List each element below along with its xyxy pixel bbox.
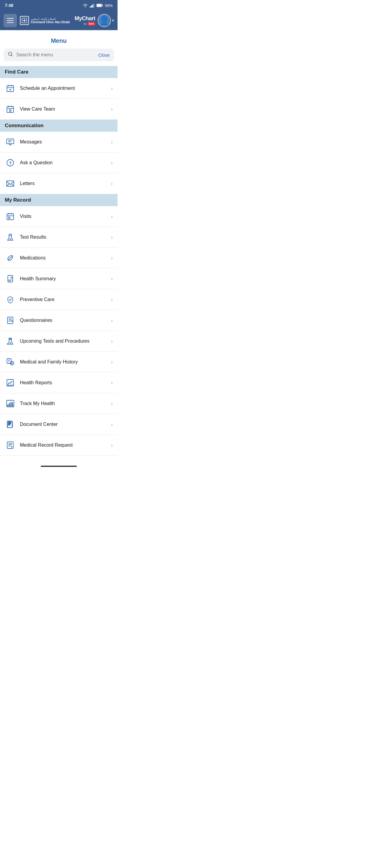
letters-label: Letters (20, 181, 111, 186)
section-find-care: Find Care (0, 66, 118, 78)
chevron-right-icon: › (111, 359, 113, 365)
chevron-right-icon: › (111, 401, 113, 407)
messages-label: Messages (20, 139, 111, 145)
svg-rect-69 (8, 425, 10, 425)
questionnaires-svg (6, 316, 14, 324)
track-health-svg (6, 399, 14, 408)
search-bar: Close (4, 49, 114, 61)
svg-rect-5 (97, 4, 101, 7)
health-reports-label: Health Reports (20, 380, 111, 385)
chevron-right-icon: › (111, 276, 113, 282)
svg-rect-61 (7, 404, 8, 406)
document-center-icon (5, 419, 16, 430)
svg-line-30 (7, 184, 9, 186)
menu-item-schedule-appointment[interactable]: Schedule an Appointment › (0, 78, 118, 99)
questionnaires-label: Questionnaires (20, 318, 111, 323)
health-reports-svg (6, 378, 14, 387)
avatar-button[interactable]: 👤 (98, 14, 111, 27)
clinic-name-arabic: كليفلاند كلينك أبوظبي (31, 18, 70, 21)
svg-rect-3 (93, 4, 94, 7)
svg-line-40 (8, 256, 12, 260)
letters-svg (6, 179, 14, 188)
menu-item-track-my-health[interactable]: Track My Health › (0, 393, 118, 414)
upcoming-tests-icon (5, 336, 16, 347)
clinic-name-english: Cleveland Clinic Abu Dhabi (31, 21, 70, 24)
svg-point-20 (9, 110, 11, 112)
schedule-appointment-label: Schedule an Appointment (20, 86, 111, 91)
menu-item-medical-record-request[interactable]: Medical Record Request › (0, 435, 118, 456)
visits-svg (6, 212, 14, 221)
preventive-care-icon (5, 294, 16, 305)
close-button[interactable]: Close (98, 53, 110, 58)
svg-text:?: ? (9, 161, 12, 165)
menu-item-health-reports[interactable]: Health Reports › (0, 373, 118, 393)
mychart-text: MyChart (74, 16, 95, 22)
menu-item-health-summary[interactable]: Health Summary › (0, 269, 118, 289)
menu-item-messages[interactable]: Messages › (0, 132, 118, 153)
medications-svg (6, 254, 14, 262)
menu-item-preventive-care[interactable]: Preventive Care › (0, 289, 118, 310)
chevron-right-icon: › (111, 160, 113, 166)
battery-percentage: 98% (105, 3, 113, 8)
menu-item-document-center[interactable]: Document Center › (0, 414, 118, 435)
view-care-team-icon (5, 104, 16, 115)
clinic-logo: كليفلاند كلينك أبوظبي Cleveland Clinic A… (20, 16, 70, 25)
search-input[interactable] (16, 52, 98, 58)
medical-record-request-label: Medical Record Request (20, 442, 111, 448)
test-results-svg (6, 233, 14, 241)
menu-item-ask-question[interactable]: ? Ask a Question › (0, 153, 118, 173)
family-history-svg (6, 358, 14, 366)
status-time: 7:48 (5, 3, 13, 8)
svg-rect-6 (102, 5, 103, 6)
document-center-svg (6, 420, 14, 429)
menu-item-test-results[interactable]: Test Results › (0, 227, 118, 248)
care-team-svg (6, 105, 14, 113)
mychart-by-epic: by Epic (84, 22, 95, 26)
hamburger-line (7, 18, 13, 19)
svg-point-10 (8, 52, 12, 56)
svg-rect-24 (7, 139, 14, 144)
svg-rect-36 (8, 217, 10, 218)
ask-question-svg: ? (6, 158, 14, 167)
menu-item-medical-family-history[interactable]: Medical and Family History › (0, 352, 118, 373)
medications-icon (5, 253, 16, 264)
avatar-image: 👤 (99, 16, 110, 26)
hamburger-line (7, 20, 13, 21)
view-care-team-label: View Care Team (20, 106, 111, 112)
menu-item-visits[interactable]: Visits › (0, 206, 118, 227)
visits-icon (5, 211, 16, 222)
status-icons: 98% (83, 3, 113, 8)
svg-line-11 (11, 55, 13, 57)
hamburger-button[interactable] (4, 14, 17, 27)
svg-rect-71 (7, 442, 13, 448)
chevron-right-icon: › (111, 317, 113, 324)
menu-item-letters[interactable]: Letters › (0, 173, 118, 194)
health-summary-svg (6, 275, 14, 283)
menu-title: Menu (0, 31, 118, 49)
clinic-name: كليفلاند كلينك أبوظبي Cleveland Clinic A… (31, 18, 70, 24)
chevron-right-icon: › (111, 380, 113, 386)
svg-rect-63 (10, 402, 11, 406)
preventive-care-label: Preventive Care (20, 297, 111, 302)
menu-item-view-care-team[interactable]: View Care Team › (0, 99, 118, 120)
chevron-right-icon: › (111, 338, 113, 344)
calendar-plus-svg (6, 84, 14, 93)
header-left: كليفلاند كلينك أبوظبي Cleveland Clinic A… (4, 14, 70, 27)
menu-item-questionnaires[interactable]: Questionnaires › (0, 310, 118, 331)
battery-icon (96, 4, 103, 7)
messages-svg (6, 138, 14, 146)
chevron-right-icon: › (111, 139, 113, 145)
svg-rect-68 (8, 424, 11, 424)
svg-rect-0 (90, 6, 91, 7)
document-center-label: Document Center (20, 422, 111, 427)
menu-item-medications[interactable]: Medications › (0, 248, 118, 269)
medical-record-request-icon (5, 440, 16, 451)
svg-rect-2 (92, 4, 93, 7)
svg-rect-51 (7, 344, 8, 344)
section-communication-label: Communication (5, 123, 43, 128)
ask-question-label: Ask a Question (20, 160, 111, 165)
status-bar: 7:48 98% (0, 0, 118, 11)
section-communication: Communication (0, 120, 118, 132)
svg-rect-62 (9, 403, 10, 406)
menu-item-upcoming-tests[interactable]: Upcoming Tests and Procedures › (0, 331, 118, 352)
